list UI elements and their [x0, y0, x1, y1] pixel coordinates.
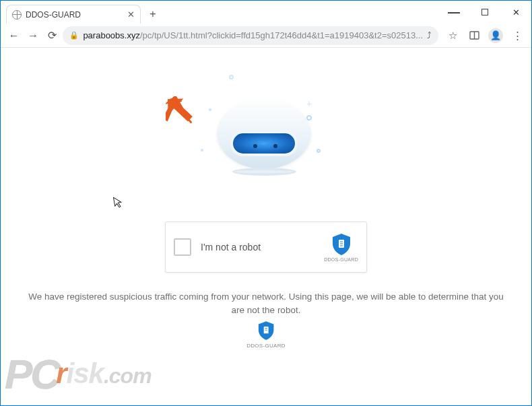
star-icon[interactable]: ☆ — [442, 26, 463, 46]
browser-toolbar: ← → ⟳ 🔒 paraboobs.xyz/pc/tp/US/1tt.html?… — [1, 24, 531, 48]
shield-icon — [257, 320, 275, 341]
captcha-checkbox[interactable] — [174, 238, 191, 256]
reload-button[interactable]: ⟳ — [44, 26, 62, 46]
share-icon[interactable]: ⤴ — [427, 30, 432, 40]
globe-icon — [12, 10, 22, 20]
close-window-button[interactable]: ✕ — [500, 1, 531, 24]
profile-avatar[interactable]: 👤 — [486, 26, 506, 46]
forward-button[interactable]: → — [24, 26, 42, 46]
tab-title: DDOS-GUARD — [26, 10, 123, 20]
lock-icon: 🔒 — [69, 31, 79, 40]
robot-illustration: + — [195, 75, 337, 209]
url-text: paraboobs.xyz/pc/tp/US/1tt.html?clickid=… — [83, 30, 423, 40]
window-titlebar: DDOS-GUARD ✕ + — ✕ — [1, 1, 531, 24]
close-tab-icon[interactable]: ✕ — [127, 9, 135, 20]
new-tab-button[interactable]: + — [143, 5, 162, 24]
browser-tab[interactable]: DDOS-GUARD ✕ — [6, 5, 141, 24]
cursor-icon — [112, 195, 124, 211]
shield-icon — [331, 233, 352, 256]
captcha-label: I'm not a robot — [201, 242, 324, 252]
minimize-button[interactable]: — — [438, 1, 469, 24]
svg-marker-3 — [168, 98, 193, 122]
back-button[interactable]: ← — [5, 26, 23, 46]
arrow-annotation-icon — [166, 96, 195, 126]
footer-brand: DDOS-GUARD — [246, 320, 286, 349]
warning-message: We have registered suspicious traffic co… — [1, 290, 531, 318]
captcha-box: I'm not a robot DDOS-GUARD — [165, 222, 367, 273]
address-bar[interactable]: 🔒 paraboobs.xyz/pc/tp/US/1tt.html?clicki… — [63, 26, 438, 45]
watermark-logo: PCrisk.com — [5, 347, 152, 400]
reading-list-icon[interactable] — [464, 26, 484, 46]
captcha-brand: DDOS-GUARD — [324, 233, 358, 262]
menu-button[interactable]: ⋮ — [507, 26, 527, 46]
maximize-button[interactable] — [469, 1, 500, 24]
